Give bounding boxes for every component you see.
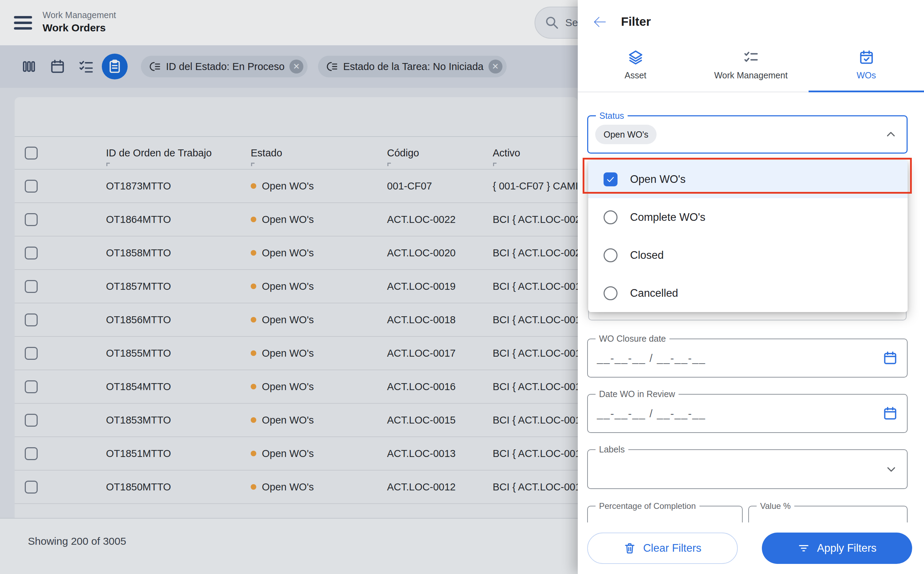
table-row[interactable]: OT1856MTTO Open WO's ACT.LOC-0018 BCI { … — [15, 303, 578, 337]
row-checkbox[interactable] — [25, 247, 38, 260]
option-checkbox[interactable] — [604, 172, 617, 186]
status-option[interactable]: Cancelled — [588, 274, 908, 312]
table-row[interactable]: OT1864MTTO Open WO's ACT.LOC-0022 BCI { … — [15, 203, 578, 237]
cell-activo: BCI { ACT.LOC-0022 — [493, 214, 578, 226]
cell-codigo: ACT.LOC-0018 — [387, 314, 493, 326]
row-checkbox[interactable] — [25, 180, 38, 192]
work-orders-view-button[interactable] — [102, 54, 128, 79]
work-orders-page: Work Management Work Orders Se — [0, 0, 578, 574]
table-row[interactable]: OT1858MTTO Open WO's ACT.LOC-0020 BCI { … — [15, 237, 578, 270]
status-dot — [251, 350, 256, 356]
clear-filters-label: Clear Filters — [643, 542, 701, 555]
cell-activo: BCI { ACT.LOC-0020 — [493, 247, 578, 259]
tab-label: WOs — [857, 70, 876, 80]
row-checkbox[interactable] — [25, 380, 38, 393]
app-title: Work Management — [43, 9, 116, 21]
cell-activo: BCI { ACT.LOC-0015 — [493, 415, 578, 426]
cell-codigo: ACT.LOC-0022 — [387, 214, 493, 226]
table-body: OT1873MTTO Open WO's 001-CF07 { 001-CF07… — [15, 170, 578, 504]
chevron-up-icon[interactable] — [884, 128, 897, 141]
apply-filters-button[interactable]: Apply Filters — [762, 533, 912, 564]
sort-handle-icon — [388, 162, 391, 166]
status-dot — [251, 284, 256, 289]
sort-handle-icon — [251, 162, 255, 166]
filter-chip-estado[interactable]: ID del Estado: En Proceso ✕ — [141, 56, 307, 77]
table-row[interactable]: OT1854MTTO Open WO's ACT.LOC-0016 BCI { … — [15, 370, 578, 404]
remove-chip-icon[interactable]: ✕ — [489, 60, 502, 74]
wo-closure-date-field[interactable]: WO Closure date __-__-__ / __-__-__ — [587, 339, 908, 378]
option-checkbox[interactable] — [604, 286, 617, 300]
cell-status: Open WO's — [251, 381, 387, 393]
row-checkbox[interactable] — [25, 447, 38, 460]
table-row[interactable]: OT1851MTTO Open WO's ACT.LOC-0013 BCI { … — [15, 437, 578, 471]
clear-filters-button[interactable]: Clear Filters — [587, 533, 738, 564]
tab-work-management[interactable]: Work Management — [693, 38, 808, 91]
status-option[interactable]: Closed — [588, 236, 908, 274]
row-checkbox[interactable] — [25, 481, 38, 494]
table-row[interactable]: OT1857MTTO Open WO's ACT.LOC-0019 BCI { … — [15, 270, 578, 303]
cell-work-order-id: OT1855MTTO — [106, 348, 251, 359]
cell-work-order-id: OT1864MTTO — [106, 214, 251, 226]
row-checkbox[interactable] — [25, 280, 38, 293]
row-checkbox[interactable] — [25, 347, 38, 360]
date-placeholder: __-__-__ / __-__-__ — [597, 407, 706, 420]
apply-filters-label: Apply Filters — [817, 542, 877, 555]
columns-view-button[interactable] — [16, 54, 42, 79]
checklist-view-button[interactable] — [73, 54, 99, 79]
cell-status: Open WO's — [251, 448, 387, 459]
chevron-down-icon[interactable] — [884, 462, 898, 476]
status-dot — [251, 451, 256, 456]
cell-codigo: ACT.LOC-0012 — [387, 481, 493, 493]
header-titles: Work Management Work Orders — [43, 9, 116, 35]
column-header-activo[interactable]: Activo — [493, 137, 578, 169]
chip-label: ID del Estado: En Proceso — [166, 61, 285, 73]
cell-codigo: 001-CF07 — [387, 180, 493, 192]
calendar-view-button[interactable] — [44, 54, 70, 79]
cell-codigo: ACT.LOC-0020 — [387, 247, 493, 259]
status-dot — [251, 484, 256, 490]
sort-handle-icon — [106, 162, 110, 166]
app-header: Work Management Work Orders Se — [0, 0, 578, 45]
row-checkbox-cell — [15, 447, 106, 460]
column-header-id[interactable]: ID de Orden de Trabajo — [106, 137, 251, 169]
cell-status: Open WO's — [251, 247, 387, 259]
labels-field[interactable]: Labels — [587, 449, 908, 489]
row-checkbox-cell — [15, 414, 106, 427]
status-option[interactable]: Complete WO's — [588, 198, 908, 236]
trash-icon — [623, 542, 636, 555]
calendar-view-icon — [49, 58, 66, 74]
column-header-estado[interactable]: Estado — [251, 137, 387, 169]
table-row[interactable]: OT1855MTTO Open WO's ACT.LOC-0017 BCI { … — [15, 337, 578, 370]
row-checkbox[interactable] — [25, 414, 38, 427]
column-header-codigo[interactable]: Código — [387, 137, 493, 169]
calendar-icon[interactable] — [883, 406, 898, 421]
status-option[interactable]: Open WO's — [588, 160, 908, 198]
row-checkbox[interactable] — [25, 213, 38, 226]
back-arrow-icon[interactable] — [592, 14, 608, 30]
remove-chip-icon[interactable]: ✕ — [290, 60, 303, 74]
field-legend: Value % — [756, 501, 794, 511]
table-row[interactable]: OT1850MTTO Open WO's ACT.LOC-0012 BCI { … — [15, 471, 578, 504]
tab-wos[interactable]: WOs — [808, 38, 924, 91]
option-checkbox[interactable] — [604, 248, 617, 262]
status-dropdown: Open WO's Complete WO's Closed Cancelled — [588, 160, 908, 312]
table-row[interactable]: OT1853MTTO Open WO's ACT.LOC-0015 BCI { … — [15, 404, 578, 437]
row-checkbox[interactable] — [25, 314, 38, 326]
field-legend: Percentage of Completion — [595, 501, 699, 511]
tab-asset[interactable]: Asset — [578, 38, 693, 91]
table-row[interactable]: OT1873MTTO Open WO's 001-CF07 { 001-CF07… — [15, 170, 578, 203]
cell-activo: BCI { ACT.LOC-0013 — [493, 448, 578, 459]
filter-chip-tarea[interactable]: Estado de la Tarea: No Iniciada ✕ — [318, 56, 506, 77]
cell-status: Open WO's — [251, 281, 387, 292]
status-select-field[interactable]: Status Open WO's — [587, 115, 908, 154]
cell-status: Open WO's — [251, 415, 387, 426]
checklist-view-icon — [78, 58, 94, 74]
status-label: Open WO's — [262, 481, 314, 493]
status-selected-chip: Open WO's — [595, 125, 657, 144]
calendar-icon[interactable] — [883, 350, 898, 366]
date-wo-in-review-field[interactable]: Date WO in Review __-__-__ / __-__-__ — [587, 394, 908, 433]
select-all-checkbox[interactable] — [25, 147, 38, 159]
status-dot — [251, 250, 256, 255]
menu-icon[interactable] — [14, 16, 32, 30]
option-checkbox[interactable] — [604, 210, 617, 224]
